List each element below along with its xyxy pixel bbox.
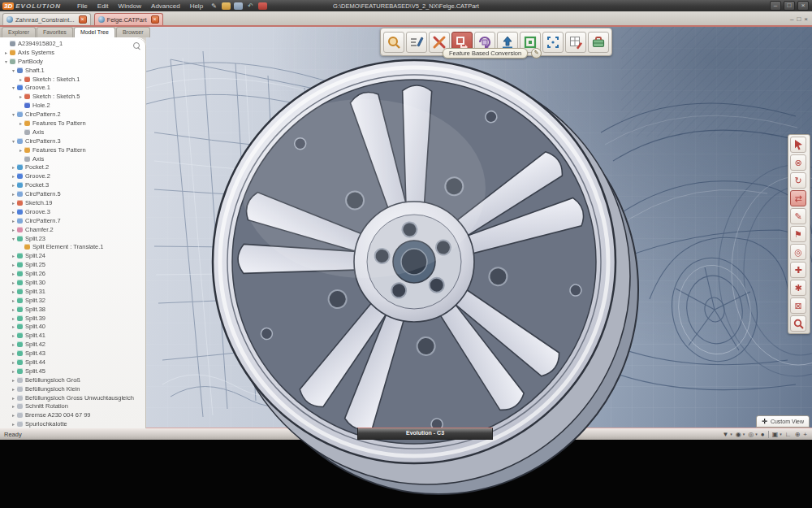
menu-file[interactable]: File	[72, 2, 93, 10]
expander-icon[interactable]: ▸	[11, 350, 16, 356]
tree-item-split-23[interactable]: ▾Split.23	[0, 234, 146, 243]
panel-tab-browser[interactable]: Browser	[116, 27, 150, 37]
minimize-button[interactable]: –	[770, 1, 781, 11]
annotate-list-icon[interactable]	[406, 32, 427, 53]
focus-target-button[interactable]: ◎	[790, 244, 806, 260]
material-sphere-icon[interactable]: ●	[761, 431, 765, 438]
tree-item-schnitt-rotation[interactable]: ▸Schnitt Rotation	[0, 402, 146, 411]
tree-item-sketch-sketch-1[interactable]: ▸Sketch : Sketch.1	[0, 75, 146, 84]
toolbox-icon[interactable]	[588, 32, 609, 53]
expander-icon[interactable]: ▸	[11, 359, 16, 365]
add-feature-button[interactable]: ✚	[790, 262, 806, 278]
axes-icon[interactable]: ∟	[785, 431, 792, 438]
expander-icon[interactable]: ▸	[11, 209, 16, 215]
restore-button[interactable]: □	[784, 1, 795, 11]
tree-item-groove-3[interactable]: ▸Groove.3	[0, 207, 146, 216]
undo-icon[interactable]: ↶	[246, 2, 255, 10]
close-button[interactable]: ×	[797, 1, 809, 11]
visibility-icon[interactable]: ◉	[736, 431, 741, 438]
deselect-button[interactable]: ⊗	[790, 154, 806, 171]
expander-icon[interactable]: ▸	[11, 164, 16, 170]
tree-item-features-to-pattern[interactable]: ▸Features To Pattern	[0, 145, 146, 154]
expander-icon[interactable]: ▸	[11, 218, 16, 224]
tree-item-sketch-sketch-5[interactable]: ▸Sketch : Sketch.5	[0, 92, 146, 101]
menu-window[interactable]: Window	[114, 2, 146, 10]
panel-tab-model-tree[interactable]: Model Tree	[74, 27, 115, 37]
expander-icon[interactable]: ▾	[11, 67, 16, 73]
select-cursor-button[interactable]	[790, 137, 806, 153]
tree-item-split-24[interactable]: ▸Split.24	[0, 251, 146, 260]
tree-item-axis[interactable]: Axis	[0, 128, 146, 137]
open-folder-icon[interactable]	[222, 2, 231, 10]
tree-item-split-41[interactable]: ▸Split.41	[0, 331, 146, 340]
dropdown-caret-icon[interactable]: ▾	[780, 432, 782, 436]
tree-item-a2394915802-1[interactable]: A2394915802_1	[0, 39, 146, 48]
expander-icon[interactable]: ▸	[11, 323, 16, 329]
expander-icon[interactable]: ▸	[11, 306, 16, 312]
exit-icon[interactable]	[258, 2, 267, 10]
expander-icon[interactable]: ▸	[18, 76, 24, 82]
expander-icon[interactable]: ▸	[11, 368, 16, 374]
tree-item-split-45[interactable]: ▸Split.45	[0, 367, 146, 376]
doc-tab-zahnrad-constraint[interactable]: Zahnrad_Constraint...×	[2, 13, 91, 25]
pen-icon[interactable]: ✎	[209, 2, 218, 10]
edit-sketch-button[interactable]: ✎	[790, 208, 806, 224]
tree-item-circpattern-3[interactable]: ▾CircPattern.3	[0, 137, 146, 145]
drawing-table-icon[interactable]	[565, 32, 586, 53]
menu-help[interactable]: Help	[185, 2, 208, 10]
child-restore-button[interactable]: □	[797, 15, 801, 23]
child-close-button[interactable]: ×	[804, 15, 808, 23]
expander-icon[interactable]: ▸	[11, 200, 16, 206]
tree-item-spurlochkalotte[interactable]: ▸Spurlochkalotte	[0, 419, 146, 428]
dropdown-caret-icon[interactable]: ▾	[755, 432, 758, 436]
expander-icon[interactable]: ▸	[11, 403, 16, 409]
tree-item-bef-llungsloch-gross-unwuchtausgleich[interactable]: ▸Befüllungsloch Gross Unwuchtausgleich	[0, 393, 146, 402]
tree-item-partbody[interactable]: ▾PartBody	[0, 57, 146, 66]
render-mode-icon[interactable]: ◎	[748, 431, 754, 438]
expander-icon[interactable]: ▸	[11, 332, 16, 338]
expander-icon[interactable]: ▸	[11, 386, 16, 392]
tree-item-split-30[interactable]: ▸Split.30	[0, 278, 146, 287]
tree-item-circpattern-2[interactable]: ▾CircPattern.2	[0, 110, 146, 119]
zoom-region-button[interactable]	[790, 315, 806, 332]
expander-icon[interactable]: ▸	[18, 120, 24, 126]
custom-view-tab[interactable]: ✛ Custom View	[756, 415, 810, 428]
expander-icon[interactable]: ▸	[11, 262, 16, 267]
clipping-box-icon[interactable]: ▣	[772, 431, 779, 438]
expander-icon[interactable]: ▸	[18, 93, 24, 99]
doc-tab-felge-catpart[interactable]: Felge.CATPart×	[94, 13, 163, 25]
tree-item-shaft-1[interactable]: ▾Shaft.1	[0, 66, 146, 75]
tree-item-split-31[interactable]: ▸Split.31	[0, 287, 146, 296]
menu-edit[interactable]: Edit	[93, 2, 114, 10]
expander-icon[interactable]: ▾	[3, 59, 9, 64]
rotate-entity-button[interactable]: ↻	[790, 172, 806, 189]
menu-advanced[interactable]: Advanced	[146, 2, 185, 10]
tab-close-icon[interactable]: ×	[79, 15, 87, 24]
tree-item-split-32[interactable]: ▸Split.32	[0, 296, 146, 305]
expander-icon[interactable]: ▾	[11, 138, 16, 144]
expander-icon[interactable]: ▸	[11, 297, 16, 303]
transform-button[interactable]: ⇄	[790, 190, 806, 206]
tree-item-split-44[interactable]: ▸Split.44	[0, 358, 146, 367]
tree-item-axis[interactable]: Axis	[0, 154, 146, 163]
expander-icon[interactable]: ▸	[11, 289, 16, 294]
tree-item-split-element-translate-1[interactable]: Split Element : Translate.1	[0, 242, 146, 251]
expander-icon[interactable]: ▸	[11, 315, 16, 321]
expander-icon[interactable]: ▸	[11, 341, 16, 347]
tree-item-split-38[interactable]: ▸Split.38	[0, 305, 146, 314]
tree-item-split-25[interactable]: ▸Split.25	[0, 260, 146, 269]
zoom-search-icon[interactable]	[383, 32, 404, 53]
box-delete-button[interactable]: ⊠	[790, 297, 806, 314]
tree-item-axis-systems[interactable]: ▸Axis Systems	[0, 48, 146, 57]
expander-icon[interactable]: ▸	[11, 412, 16, 418]
child-minimize-button[interactable]: –	[790, 15, 793, 23]
expander-icon[interactable]: ▸	[18, 147, 24, 153]
tree-item-split-26[interactable]: ▸Split.26	[0, 269, 146, 278]
tree-item-bef-llungsloch-gro[interactable]: ▸Befüllungsloch Groß	[0, 376, 146, 384]
expander-icon[interactable]: ▸	[11, 227, 16, 232]
save-icon[interactable]	[234, 2, 243, 10]
search-icon[interactable]	[133, 42, 140, 49]
panel-tab-explorer[interactable]: Explorer	[2, 27, 36, 37]
expander-icon[interactable]: ▸	[11, 421, 16, 427]
add-view-icon[interactable]: ✛	[762, 418, 767, 425]
